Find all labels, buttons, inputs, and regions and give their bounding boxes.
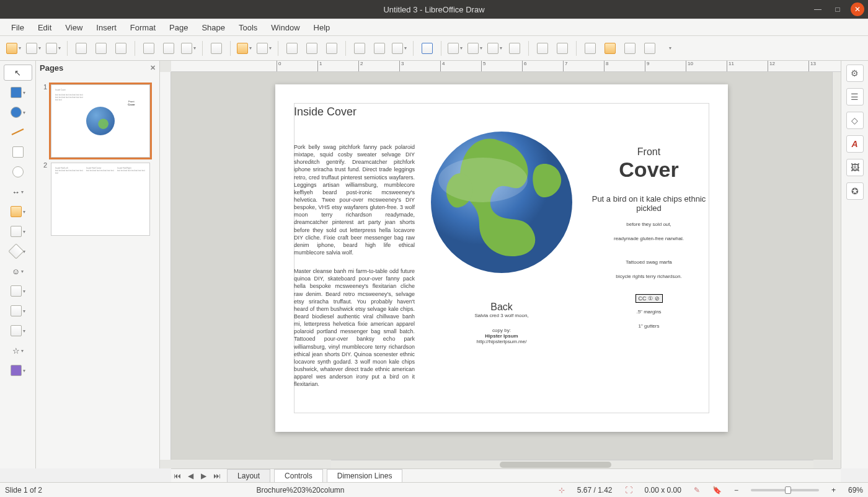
gallery-panel-button[interactable]: 🖼 xyxy=(846,159,864,176)
page-thumb-1[interactable]: 1 Inside Covertext text text text text t… xyxy=(45,84,151,158)
line-tool[interactable] xyxy=(4,124,32,140)
front-sm3: Tattooed swag marfa xyxy=(588,259,709,265)
first-slide-button[interactable]: ⏮ xyxy=(171,472,184,480)
cut-button[interactable] xyxy=(140,40,157,57)
pages-panel-close[interactable]: ✕ xyxy=(150,64,156,72)
undo-button[interactable] xyxy=(236,40,253,57)
menu-format[interactable]: Format xyxy=(124,20,162,35)
zoom-slider[interactable] xyxy=(751,489,819,491)
globe-image[interactable] xyxy=(427,128,576,277)
insert-special-button[interactable] xyxy=(391,40,408,57)
new-button[interactable] xyxy=(5,40,22,57)
inside-para-1[interactable]: Pork belly swag pitchfork fanny pack pol… xyxy=(294,143,415,256)
titlebar: Untitled 3 - LibreOffice Draw — □ ✕ xyxy=(0,0,868,19)
menu-window[interactable]: Window xyxy=(265,20,306,35)
save-status-icon[interactable]: ✎ xyxy=(694,486,700,495)
zoom-value[interactable]: 69% xyxy=(848,486,863,495)
sidebar-button[interactable] xyxy=(641,40,658,57)
menu-shape[interactable]: Shape xyxy=(195,20,231,35)
clone-format-button[interactable] xyxy=(208,40,225,57)
menu-page[interactable]: Page xyxy=(163,20,194,35)
tab-layout[interactable]: Layout xyxy=(227,469,270,482)
page-thumb-2[interactable]: 2 Inside Fold Lefttext text text text te… xyxy=(45,163,151,236)
window-close[interactable]: ✕ xyxy=(851,2,864,16)
save-button[interactable] xyxy=(45,40,62,57)
horizontal-scrollbar[interactable] xyxy=(331,460,813,468)
export-pdf-button[interactable] xyxy=(92,40,110,57)
3d-tool[interactable] xyxy=(4,362,32,378)
toolbar-overflow[interactable] xyxy=(661,40,678,57)
menu-file[interactable]: File xyxy=(5,20,30,35)
last-slide-button[interactable]: ⏭ xyxy=(211,472,223,480)
inside-para-2[interactable]: Master cleanse banh mi farm-to-table odd… xyxy=(294,267,415,388)
distribute-button[interactable] xyxy=(506,40,523,57)
guides-button[interactable] xyxy=(323,40,340,57)
block-arrows-tool[interactable] xyxy=(4,283,32,299)
align-button[interactable] xyxy=(466,40,484,57)
insert-textbox-button[interactable] xyxy=(371,40,388,57)
extrusion-button[interactable] xyxy=(621,40,639,57)
navigator-panel-button[interactable]: ✪ xyxy=(846,182,864,200)
print-button[interactable] xyxy=(112,40,130,57)
styles-panel-button[interactable]: ☰ xyxy=(846,88,864,105)
ellipse-tool[interactable] xyxy=(4,164,32,180)
grid-button[interactable] xyxy=(283,40,301,57)
tab-dimension[interactable]: Dimension Lines xyxy=(327,469,403,482)
insert-image-button[interactable] xyxy=(351,40,368,57)
rectangle-tool[interactable] xyxy=(4,144,32,160)
copy-button[interactable] xyxy=(160,40,177,57)
zoom-out-button[interactable]: − xyxy=(734,486,738,495)
points-button[interactable] xyxy=(582,40,599,57)
layer-tabbar: ⏮ ◀ ▶ ⏭ Layout Controls Dimension Lines xyxy=(171,468,841,482)
shapes-panel-button[interactable]: ◇ xyxy=(846,112,864,129)
tab-controls[interactable]: Controls xyxy=(274,469,323,482)
flowcharts-tool[interactable] xyxy=(4,303,32,319)
paste-button[interactable] xyxy=(180,40,197,57)
gluepoints-button[interactable] xyxy=(601,40,619,57)
select-tool[interactable]: ↖ xyxy=(4,65,32,81)
canvas[interactable]: Inside Cover Pork belly swag pitchfork f… xyxy=(171,72,832,460)
vertical-scrollbar[interactable] xyxy=(832,72,841,460)
menu-view[interactable]: View xyxy=(59,20,89,35)
callouts-tool[interactable] xyxy=(4,323,32,339)
open-button[interactable] xyxy=(25,40,42,57)
basic-shapes-tool[interactable] xyxy=(4,243,32,259)
connectors-tool[interactable] xyxy=(4,223,32,240)
arrows-tool[interactable]: ↔ xyxy=(4,184,32,200)
curves-tool[interactable] xyxy=(4,204,32,220)
snap-button[interactable] xyxy=(303,40,321,57)
back-panel[interactable]: Back Salvia cred 3 wolf moon, copy by: H… xyxy=(474,302,528,344)
cc-icon: CC ① ⊘ xyxy=(636,294,663,303)
prev-slide-button[interactable]: ◀ xyxy=(185,472,196,480)
front-cover-column[interactable]: Front Cover Put a bird on it kale chips … xyxy=(588,103,709,413)
export-button[interactable] xyxy=(73,40,90,57)
window-minimize[interactable]: — xyxy=(811,2,825,16)
fill-color-tool[interactable] xyxy=(4,104,32,120)
fontwork-panel-button[interactable]: A xyxy=(846,135,864,153)
back-url: http://hipsteripsum.me/ xyxy=(474,339,528,344)
fontwork-button[interactable] xyxy=(418,40,436,57)
arrange-button[interactable] xyxy=(486,40,503,57)
document-page[interactable]: Inside Cover Pork belly swag pitchfork f… xyxy=(275,84,728,432)
symbol-shapes-tool[interactable]: ☺ xyxy=(4,263,32,279)
text-a-icon: A xyxy=(851,139,857,149)
signature-icon[interactable]: 🔖 xyxy=(712,486,722,495)
redo-button[interactable] xyxy=(255,40,273,57)
fill-button[interactable] xyxy=(446,40,464,57)
line-color-tool[interactable] xyxy=(4,84,32,101)
menu-tools[interactable]: Tools xyxy=(232,20,264,35)
menu-edit[interactable]: Edit xyxy=(32,20,58,35)
menu-insert[interactable]: Insert xyxy=(90,20,123,35)
shadow-button[interactable] xyxy=(534,40,551,57)
menu-help[interactable]: Help xyxy=(308,20,337,35)
horizontal-ruler[interactable]: 012345678910111213 xyxy=(171,61,841,72)
stars-tool[interactable]: ☆ xyxy=(4,343,32,359)
crop-button[interactable] xyxy=(554,40,571,57)
properties-panel-button[interactable]: ⚙ xyxy=(846,65,864,82)
vertical-ruler[interactable] xyxy=(160,72,171,460)
next-slide-button[interactable]: ▶ xyxy=(198,472,209,480)
page-number-label: 2 xyxy=(43,161,47,169)
zoom-in-button[interactable]: + xyxy=(831,486,836,495)
window-maximize[interactable]: □ xyxy=(831,2,844,16)
inside-cover-title[interactable]: Inside Cover xyxy=(294,105,415,119)
